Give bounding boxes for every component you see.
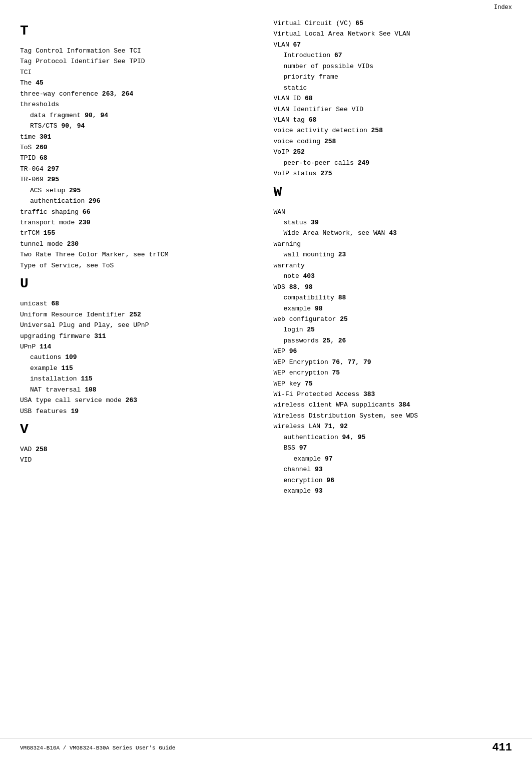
index-entry: Universal Plug and Play, see UPnP bbox=[20, 320, 259, 330]
index-entry: wireless client WPA supplicants 384 bbox=[274, 400, 512, 410]
index-entry: VoIP 252 bbox=[274, 147, 512, 157]
index-entry: VLAN ID 68 bbox=[274, 93, 512, 104]
index-entry: compatibility 88 bbox=[274, 292, 512, 303]
index-entry: example 97 bbox=[274, 454, 512, 464]
index-entry: Uniform Resource Identifier 252 bbox=[20, 309, 259, 320]
index-entry: authentication 94, 95 bbox=[274, 432, 512, 443]
index-entry: Virtual Local Area Network See VLAN bbox=[274, 29, 512, 39]
index-entry: example 93 bbox=[274, 486, 512, 496]
index-entry: VAD 258 bbox=[20, 444, 259, 455]
footer-left: VMG8324-B10A / VMG8324-B30A Series User'… bbox=[20, 745, 175, 751]
index-entry: VLAN 67 bbox=[274, 40, 512, 50]
index-entry: data fragment 90, 94 bbox=[20, 110, 259, 121]
index-entry: Introduction 67 bbox=[274, 50, 512, 61]
section-letter-v: V bbox=[20, 422, 259, 437]
index-entry: TR-064 297 bbox=[20, 164, 259, 174]
index-entry: Wide Area Network, see WAN 43 bbox=[274, 228, 512, 238]
index-entry: The 45 bbox=[20, 78, 259, 88]
header-title: Index bbox=[494, 4, 512, 11]
index-entry: note 403 bbox=[274, 271, 512, 281]
index-entry: BSS 97 bbox=[274, 443, 512, 453]
left-column: TTag Control Information See TCITag Prot… bbox=[20, 18, 259, 496]
index-entry: status 39 bbox=[274, 217, 512, 228]
index-entry: wireless LAN 71, 92 bbox=[274, 421, 512, 432]
index-entry: ToS 260 bbox=[20, 142, 259, 153]
index-entry: web configurator 25 bbox=[274, 314, 512, 324]
page-header: Index bbox=[0, 0, 532, 13]
index-entry: voice activity detection 258 bbox=[274, 125, 512, 136]
index-entry: thresholds bbox=[20, 99, 259, 110]
index-entry: unicast 68 bbox=[20, 298, 259, 309]
index-entry: tunnel mode 230 bbox=[20, 239, 259, 249]
index-entry: WAN bbox=[274, 207, 512, 217]
index-entry: priority frame bbox=[274, 72, 512, 82]
index-entry: Tag Control Information See TCI bbox=[20, 46, 259, 56]
index-entry: three-way conference 263, 264 bbox=[20, 89, 259, 99]
index-entry: Type of Service, see ToS bbox=[20, 260, 259, 271]
index-entry: number of possible VIDs bbox=[274, 61, 512, 72]
index-entry: Virtual Circuit (VC) 65 bbox=[274, 18, 512, 29]
index-entry: voice coding 258 bbox=[274, 136, 512, 147]
index-entry: VLAN Identifier See VID bbox=[274, 104, 512, 115]
index-entry: cautions 109 bbox=[20, 352, 259, 362]
section-letter-u: U bbox=[20, 276, 259, 291]
index-entry: authentication 296 bbox=[20, 196, 259, 206]
index-entry: Wi-Fi Protected Access 383 bbox=[274, 389, 512, 400]
index-entry: VID bbox=[20, 455, 259, 465]
index-entry: USA type call service mode 263 bbox=[20, 395, 259, 406]
index-entry: TR-069 295 bbox=[20, 174, 259, 185]
index-entry: example 98 bbox=[274, 303, 512, 314]
index-entry: encryption 96 bbox=[274, 475, 512, 486]
right-column: Virtual Circuit (VC) 65Virtual Local Are… bbox=[274, 18, 512, 496]
index-entry: traffic shaping 66 bbox=[20, 207, 259, 217]
index-entry: VoIP status 275 bbox=[274, 168, 512, 179]
index-entry: ACS setup 295 bbox=[20, 185, 259, 196]
page-footer: VMG8324-B10A / VMG8324-B30A Series User'… bbox=[0, 738, 532, 754]
index-entry: VLAN tag 68 bbox=[274, 115, 512, 125]
index-entry: login 25 bbox=[274, 324, 512, 335]
index-entry: NAT traversal 108 bbox=[20, 385, 259, 395]
index-entry: WEP 96 bbox=[274, 346, 512, 356]
index-entry: peer-to-peer calls 249 bbox=[274, 158, 512, 168]
index-entry: example 115 bbox=[20, 363, 259, 373]
footer-right: 411 bbox=[492, 741, 512, 754]
index-entry: trTCM 155 bbox=[20, 228, 259, 238]
index-entry: WDS 88, 98 bbox=[274, 282, 512, 292]
index-entry: passwords 25, 26 bbox=[274, 335, 512, 346]
index-entry: channel 93 bbox=[274, 464, 512, 475]
index-entry: UPnP 114 bbox=[20, 341, 259, 352]
index-entry: Tag Protocol Identifier See TPID bbox=[20, 56, 259, 67]
index-entry: static bbox=[274, 83, 512, 93]
index-entry: WEP key 75 bbox=[274, 378, 512, 389]
index-entry: RTS/CTS 90, 94 bbox=[20, 121, 259, 131]
index-entry: warranty bbox=[274, 260, 512, 271]
index-entry: TPID 68 bbox=[20, 153, 259, 163]
index-entry: transport mode 230 bbox=[20, 217, 259, 228]
section-letter-w: W bbox=[274, 184, 512, 200]
index-entry: WEP Encryption 76, 77, 79 bbox=[274, 357, 512, 367]
index-entry: WEP encryption 75 bbox=[274, 367, 512, 378]
index-entry: upgrading firmware 311 bbox=[20, 331, 259, 341]
index-entry: warning bbox=[274, 239, 512, 249]
section-letter-t: T bbox=[20, 23, 259, 39]
index-entry: installation 115 bbox=[20, 373, 259, 384]
index-entry: Two Rate Three Color Marker, see trTCM bbox=[20, 249, 259, 260]
index-entry: USB features 19 bbox=[20, 406, 259, 417]
index-entry: wall mounting 23 bbox=[274, 249, 512, 260]
index-entry: time 301 bbox=[20, 132, 259, 142]
index-entry: Wireless Distribution System, see WDS bbox=[274, 411, 512, 421]
index-entry: TCI bbox=[20, 67, 259, 78]
